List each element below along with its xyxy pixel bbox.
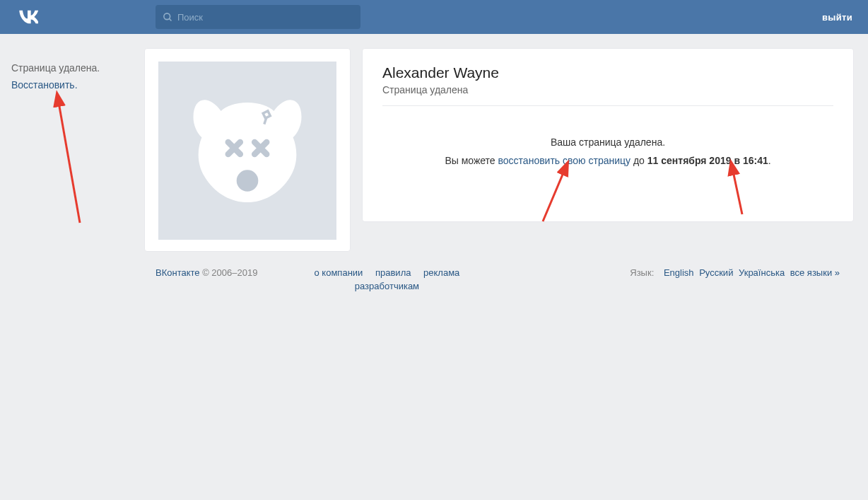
footer: ВКонтакте © 2006–2019 о компании правила… bbox=[156, 267, 854, 291]
search-box[interactable] bbox=[156, 5, 360, 29]
sidebar-restore-link[interactable]: Восстановить. bbox=[11, 79, 141, 91]
footer-about-link[interactable]: о компании bbox=[315, 267, 363, 278]
deleted-message: Ваша страница удалена. Вы можете восстан… bbox=[382, 133, 833, 170]
vk-logo[interactable] bbox=[17, 7, 38, 27]
footer-brand-col: ВКонтакте © 2006–2019 bbox=[156, 267, 257, 291]
restore-page-link[interactable]: восстановить свою страницу bbox=[498, 155, 631, 166]
search-icon bbox=[163, 12, 173, 23]
lang-ua[interactable]: Українська bbox=[739, 267, 785, 278]
footer-brand-link[interactable]: ВКонтакте bbox=[156, 267, 200, 278]
footer-lang-label: Язык: bbox=[630, 267, 654, 278]
svg-line-1 bbox=[169, 18, 171, 21]
divider bbox=[382, 105, 833, 106]
lang-all[interactable]: все языки » bbox=[790, 267, 840, 278]
lang-ru[interactable]: Русский bbox=[699, 267, 733, 278]
msg-mid: до bbox=[631, 155, 647, 166]
msg-prefix: Вы можете bbox=[445, 155, 498, 166]
svg-point-2 bbox=[237, 170, 259, 192]
footer-devs-link[interactable]: разработчикам bbox=[355, 281, 419, 291]
content: Alexander Wayne Страница удалена Ваша ст… bbox=[141, 48, 868, 252]
profile-card: Alexander Wayne Страница удалена Ваша ст… bbox=[362, 48, 854, 222]
profile-name: Alexander Wayne bbox=[382, 64, 833, 81]
logout-link[interactable]: выйти bbox=[822, 12, 852, 23]
profile-status: Страница удалена bbox=[382, 84, 833, 95]
footer-copyright: © 2006–2019 bbox=[200, 267, 258, 278]
footer-lang: Язык: English Русский Українська все язы… bbox=[630, 267, 840, 291]
search-input[interactable] bbox=[177, 12, 353, 23]
svg-point-0 bbox=[164, 13, 170, 19]
footer-ads-link[interactable]: реклама bbox=[423, 267, 459, 278]
sidebar: Страница удалена. Восстановить. bbox=[0, 48, 141, 252]
msg-deadline: 11 сентября 2019 в 16:41 bbox=[647, 155, 768, 166]
topbar: выйти bbox=[0, 0, 868, 34]
lang-en[interactable]: English bbox=[664, 267, 694, 278]
msg-suffix: . bbox=[768, 155, 771, 166]
deleted-avatar bbox=[158, 62, 336, 240]
layout: Страница удалена. Восстановить. Alexande… bbox=[0, 34, 868, 252]
footer-rules-link[interactable]: правила bbox=[375, 267, 411, 278]
sidebar-status: Страница удалена. bbox=[11, 61, 141, 75]
msg-title: Ваша страница удалена. bbox=[382, 133, 833, 151]
avatar-card bbox=[144, 48, 351, 252]
footer-links: о компании правила реклама разработчикам bbox=[286, 267, 498, 291]
msg-line: Вы можете восстановить свою страницу до … bbox=[382, 151, 833, 170]
